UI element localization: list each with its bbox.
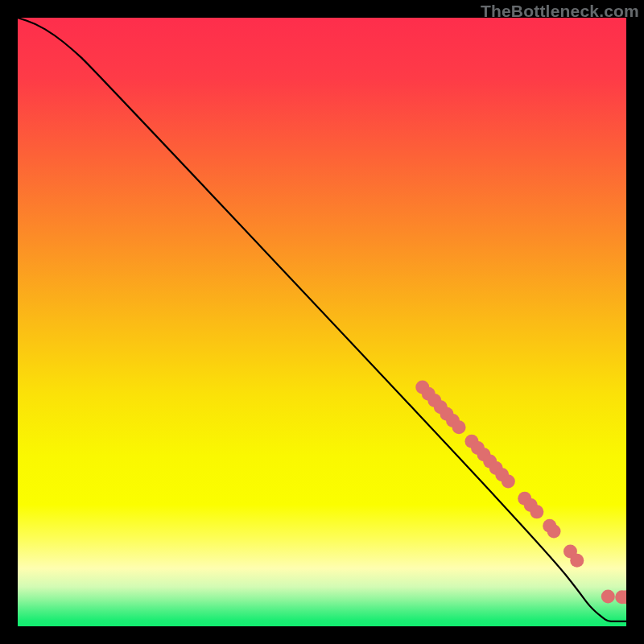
data-marker <box>570 554 584 568</box>
bottleneck-curve <box>18 18 626 621</box>
chart-stage: TheBottleneck.com <box>0 0 644 644</box>
data-marker <box>547 525 561 539</box>
data-marker <box>601 589 615 603</box>
data-marker <box>452 420 466 434</box>
data-layer <box>18 18 626 626</box>
data-marker <box>502 475 515 489</box>
plot-area <box>18 18 626 626</box>
watermark-label: TheBottleneck.com <box>481 2 639 21</box>
data-markers <box>415 380 626 604</box>
data-marker <box>530 505 543 518</box>
